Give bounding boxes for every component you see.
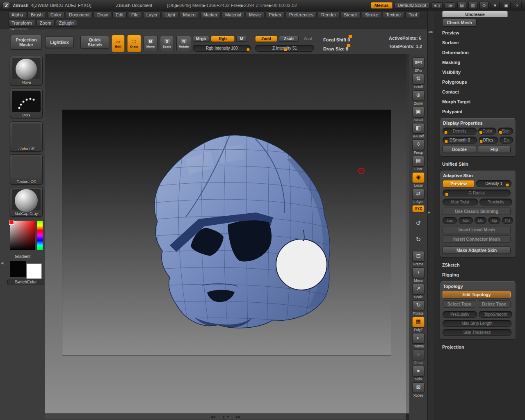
- edit-mode-button[interactable]: ▱ Edit: [112, 35, 125, 52]
- tool-icon[interactable]: ◉: [412, 172, 425, 183]
- g-radial-slider[interactable]: G Radial: [443, 189, 511, 196]
- default-zscript-button[interactable]: DefaultZScript: [395, 2, 430, 9]
- tool-icon[interactable]: ●: [412, 366, 425, 377]
- skin-thickness-slider[interactable]: Skin Thickness: [443, 329, 511, 336]
- gradient-label[interactable]: Gradient: [0, 254, 45, 259]
- shelf-tool[interactable]: ↻: [410, 235, 427, 250]
- menu-item[interactable]: Light: [162, 11, 178, 18]
- menu-item[interactable]: Draw: [94, 11, 111, 18]
- tool-icon[interactable]: ⊡: [412, 251, 425, 262]
- scale-mode-button[interactable]: S Scale: [160, 36, 174, 51]
- shelf-tool[interactable]: ⊠ Xpose: [410, 382, 427, 397]
- focal-shift-slider[interactable]: Focal Shift 0: [323, 36, 382, 43]
- hscroll-mid-icon[interactable]: ▲ ▼: [222, 415, 229, 419]
- restore-button[interactable]: ▣: [502, 2, 511, 9]
- density-slider[interactable]: Density: [443, 128, 477, 135]
- menus-button[interactable]: Menus: [371, 2, 393, 9]
- menu-item[interactable]: Edit: [112, 11, 127, 18]
- tool-section[interactable]: Morph Target: [442, 97, 515, 107]
- shelf-tool[interactable]: ↺: [410, 218, 427, 233]
- z-intensity-slider[interactable]: Z Intensity 51: [255, 45, 314, 52]
- tool-section[interactable]: Visibility: [442, 67, 515, 77]
- projection-master-button[interactable]: Projection Master: [11, 35, 42, 50]
- tool-section[interactable]: Polypaint: [442, 107, 515, 116]
- tool-icon[interactable]: ▣: [412, 107, 425, 117]
- delete-topo-button[interactable]: Delete Topo: [478, 300, 511, 308]
- shelf-tool[interactable]: ▦ PolyF: [410, 317, 427, 332]
- left-tray-collapse-handle[interactable]: ◀: [1, 261, 3, 265]
- menu-item[interactable]: Alpha: [8, 11, 26, 18]
- spinner-left[interactable]: ◀|||: [431, 2, 442, 9]
- double-button[interactable]: Double: [443, 146, 476, 153]
- menu-item[interactable]: Material: [222, 11, 244, 18]
- zsketch-section[interactable]: ZSketch: [442, 260, 515, 270]
- menu-item[interactable]: Picker: [265, 11, 285, 18]
- spinner-right[interactable]: |||▶: [445, 2, 455, 9]
- menu-item[interactable]: Texture: [383, 11, 404, 18]
- shelf-tool[interactable]: ↗ Scale: [410, 284, 427, 299]
- insert-local-mesh-button[interactable]: Insert Local Mesh: [443, 226, 511, 233]
- color-slider[interactable]: Color: [478, 128, 496, 135]
- menu-item[interactable]: Preferences: [286, 11, 317, 18]
- rgb-intensity-slider[interactable]: Rgb Intensity 100: [193, 45, 251, 52]
- menu-item[interactable]: Transform: [8, 20, 35, 27]
- tool-icon[interactable]: ⊕: [412, 90, 425, 101]
- dsmooth-slider[interactable]: DSmooth 0: [443, 137, 477, 144]
- tray-collapse-handle[interactable]: ▶: [428, 211, 430, 214]
- mp-slider[interactable]: Mp: [488, 217, 500, 224]
- hue-strip[interactable]: [37, 221, 43, 250]
- tool-icon[interactable]: ↗: [412, 284, 425, 294]
- ires-slider[interactable]: Ires: [443, 217, 457, 224]
- size-slider[interactable]: Size: [498, 128, 513, 135]
- zcut-button[interactable]: Zcut: [300, 36, 316, 42]
- menu-item[interactable]: Stencil: [340, 11, 361, 18]
- check-mesh-button[interactable]: Check Mesh: [442, 19, 477, 26]
- menu-item[interactable]: Macro: [180, 11, 199, 18]
- uncrease-button[interactable]: Uncrease: [442, 11, 508, 17]
- tool-icon[interactable]: XYZ: [412, 205, 425, 212]
- shelf-tool[interactable]: XYZ: [410, 205, 427, 217]
- tool-icon[interactable]: +: [412, 267, 425, 278]
- color-picker[interactable]: [10, 219, 43, 252]
- menu-item[interactable]: Color: [47, 11, 64, 18]
- model-3d[interactable]: [62, 110, 391, 355]
- shelf-tool[interactable]: ◧ AAHalf: [410, 123, 427, 138]
- tool-icon[interactable]: ⊠: [412, 382, 425, 393]
- shelf-tool[interactable]: ◊ Persp: [410, 139, 427, 155]
- document-canvas[interactable]: [62, 110, 391, 355]
- tool-section[interactable]: Contact: [442, 87, 515, 97]
- doc-view-icon[interactable]: ▤: [457, 2, 466, 9]
- minimize-button[interactable]: ▼: [491, 2, 500, 9]
- move-mode-button[interactable]: M Move: [144, 36, 158, 51]
- tool-icon[interactable]: BPR: [412, 57, 425, 68]
- menu-item[interactable]: Stroke: [362, 11, 381, 18]
- shelf-tool[interactable]: ⇄ L.Sym: [410, 189, 427, 204]
- unified-skin-section[interactable]: Unified Skin: [442, 159, 515, 169]
- tool-section[interactable]: Deformation: [442, 48, 515, 57]
- tool-section[interactable]: Preview: [442, 28, 515, 38]
- tool-icon[interactable]: ▤: [412, 156, 425, 167]
- menu-item[interactable]: File: [128, 11, 142, 18]
- current-material-thumbnail[interactable]: MatCap Gray: [10, 187, 43, 217]
- tool-section[interactable]: Polygroups: [442, 77, 515, 87]
- menu-item[interactable]: Layer: [143, 11, 161, 18]
- main-color-swatch[interactable]: [10, 261, 26, 277]
- menu-item[interactable]: Brush: [27, 11, 46, 18]
- adaptive-skin-title[interactable]: Adaptive Skin: [443, 173, 513, 178]
- hscroll-left-icon[interactable]: ◀◀: [210, 415, 215, 419]
- display-properties-title[interactable]: Display Properties: [443, 121, 513, 126]
- tool-icon[interactable]: ⇄: [412, 189, 425, 199]
- draw-mode-button[interactable]: ∷ Draw: [127, 35, 141, 52]
- tool-icon[interactable]: ↺: [412, 218, 425, 229]
- presubdiv-slider[interactable]: PreSubdiv: [443, 311, 477, 318]
- rgb-button[interactable]: Rgb: [211, 36, 235, 42]
- vertical-scrollbar[interactable]: [406, 54, 409, 413]
- tool-icon[interactable]: ↻: [412, 300, 425, 311]
- mc-slider[interactable]: Mc: [475, 217, 486, 224]
- menu-item[interactable]: Marker: [200, 11, 221, 18]
- shelf-tool[interactable]: ↻ Rotate: [410, 300, 427, 315]
- switch-color-button[interactable]: SwitchColor: [7, 279, 44, 285]
- shelf-tool[interactable]: BPR SPix: [410, 57, 427, 73]
- rigging-section[interactable]: Rigging: [442, 270, 515, 280]
- menu-item[interactable]: Document: [66, 11, 93, 18]
